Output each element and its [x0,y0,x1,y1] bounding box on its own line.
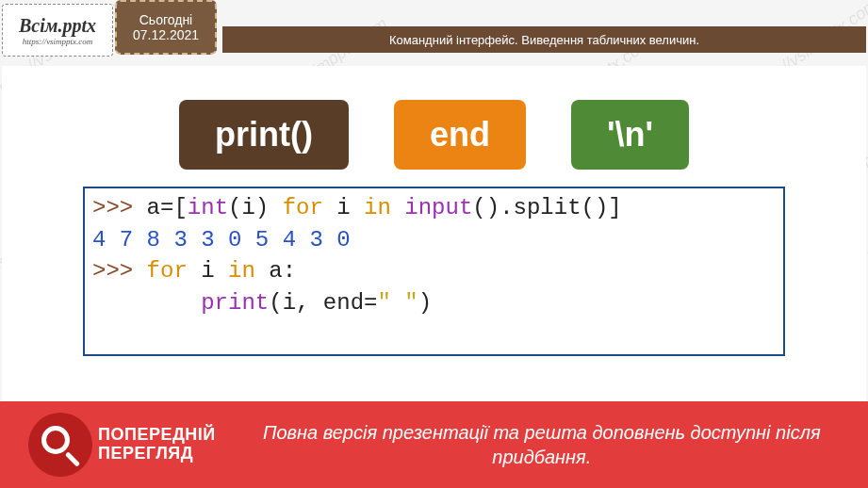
code-builtin: int [188,195,228,220]
header-bar: Командний інтерфейс. Виведення табличних… [222,26,866,53]
code-box: >>> a=[int(i) for i in input().split()] … [83,187,785,356]
logo-badge: Всім.pptx https://vsimpptx.com [2,4,113,57]
date-label: Сьогодні [139,12,192,27]
preview-label: ПОПЕРЕДНІЙ ПЕРЕГЛЯД [98,426,216,464]
code-var: a [147,195,160,220]
preview-banner: ПОПЕРЕДНІЙ ПЕРЕГЛЯД Повна версія презент… [0,401,868,488]
code-indent [92,290,201,316]
preview-message: Повна версія презентації та решта доповн… [216,420,868,469]
preview-label-line2: ПЕРЕГЛЯД [98,445,216,464]
magnifier-icon [28,413,92,477]
code-string: " " [377,290,418,316]
logo-title: Всім.pptx [19,15,96,37]
pill-row: print() end '\n' [2,100,866,170]
code-paren: (i) [228,195,283,220]
code-builtin: input [404,195,472,220]
header-title: Командний інтерфейс. Виведення табличних… [389,33,699,47]
code-var: a: [255,258,296,284]
date-value: 07.12.2021 [133,27,199,42]
code-paren: (i, end= [269,290,377,316]
logo-url: https://vsimpptx.com [23,37,93,46]
code-keyword: in [364,195,391,220]
code-sp [391,195,404,220]
code-keyword: in [228,258,255,284]
code-input-values: 4 7 8 3 3 0 5 4 3 0 [92,227,351,252]
code-prompt: >>> [92,195,147,220]
code-builtin: print [201,290,269,316]
code-paren: ().split()] [472,195,621,220]
pill-print: print() [179,100,349,170]
code-keyword: for [283,195,323,220]
pill-newline: '\n' [571,100,689,170]
code-eq: =[ [160,195,188,220]
code-var: i [323,195,364,220]
code-paren: ) [418,290,432,316]
preview-label-line1: ПОПЕРЕДНІЙ [98,426,216,445]
code-keyword: for [147,258,188,284]
code-var: i [188,258,228,284]
date-badge: Сьогодні 07.12.2021 [115,0,217,55]
code-prompt: >>> [92,258,147,284]
pill-end: end [394,100,526,170]
